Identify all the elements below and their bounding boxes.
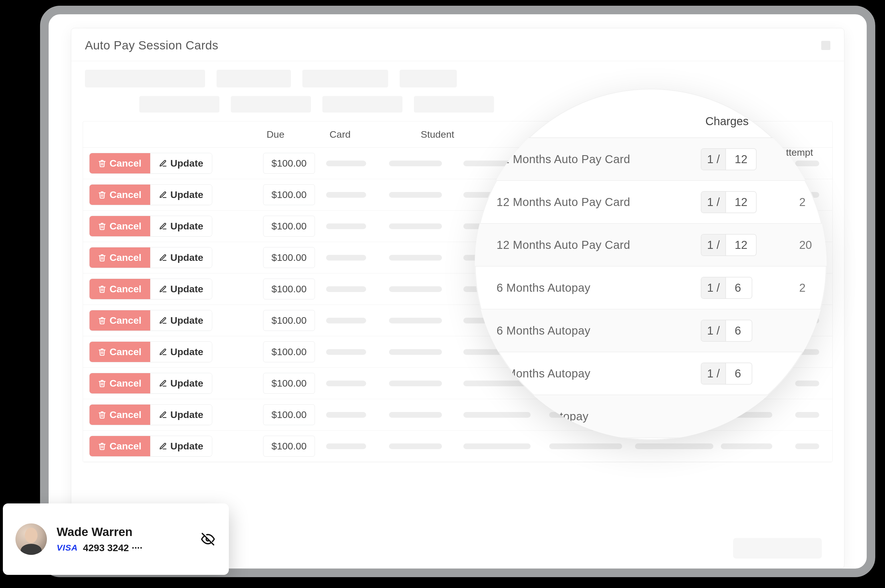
zoom-charges: 1 /6 (701, 320, 792, 342)
skeleton-cell (389, 443, 442, 449)
eye-off-icon[interactable] (200, 531, 216, 548)
row-button-group: CancelUpdate (89, 404, 212, 425)
update-label: Update (170, 441, 203, 452)
trash-icon (98, 285, 106, 293)
charges-pill: 1 /6 (701, 363, 752, 385)
col-attempt-partial: ttempt (786, 147, 813, 158)
update-label: Update (170, 189, 203, 200)
skeleton-cell (326, 349, 366, 355)
charges-total: 6 (726, 363, 752, 384)
cancel-button[interactable]: Cancel (90, 153, 150, 173)
update-button[interactable]: Update (150, 153, 212, 173)
update-button[interactable]: Update (150, 373, 212, 393)
modal-title: Auto Pay Session Cards (85, 39, 218, 52)
due-cell: $100.00 (260, 310, 323, 331)
row-actions: CancelUpdate (83, 184, 260, 205)
skeleton-cell (389, 160, 442, 166)
due-cell: $100.00 (260, 247, 323, 268)
trash-icon (98, 191, 106, 199)
update-button[interactable]: Update (150, 184, 212, 205)
cancel-button[interactable]: Cancel (90, 342, 150, 362)
charges-total: 6 (726, 320, 752, 341)
update-label: Update (170, 409, 203, 420)
cancel-button[interactable]: Cancel (90, 436, 150, 456)
skeleton-cell (389, 349, 442, 355)
charges-total: 12 (726, 192, 756, 213)
zoom-table-row: 12 Months Auto Pay Card1 /122 (475, 181, 827, 224)
update-button[interactable]: Update (150, 216, 212, 236)
zoom-product: 6 Months Autopay (492, 281, 701, 294)
cancel-button[interactable]: Cancel (90, 216, 150, 236)
update-button[interactable]: Update (150, 248, 212, 268)
skeleton-cell (389, 381, 442, 386)
row-button-group: CancelUpdate (89, 436, 212, 457)
payer-info: Wade Warren VISA 4293 3242 ···· (57, 525, 190, 554)
row-actions: CancelUpdate (83, 279, 260, 299)
footer-action-placeholder (733, 538, 822, 559)
edit-icon (159, 348, 167, 356)
update-button[interactable]: Update (150, 342, 212, 362)
cancel-label: Cancel (110, 284, 141, 295)
charges-total: 6 (726, 278, 752, 298)
due-cell: $100.00 (260, 216, 323, 237)
charges-paid: 1 / (701, 192, 726, 213)
charges-paid: 1 / (701, 235, 726, 255)
edit-icon (159, 254, 167, 262)
edit-icon (159, 191, 167, 199)
skeleton-filter (231, 96, 311, 112)
cancel-label: Cancel (110, 409, 141, 420)
skeleton-filter (217, 70, 291, 87)
skeleton-cell (549, 443, 622, 449)
charges-total: 12 (726, 235, 756, 255)
cancel-button[interactable]: Cancel (90, 279, 150, 299)
update-button[interactable]: Update (150, 405, 212, 425)
row-actions: CancelUpdate (83, 153, 260, 174)
skeleton-cell (464, 412, 531, 418)
skeleton-filter (414, 96, 494, 112)
update-button[interactable]: Update (150, 279, 212, 299)
update-label: Update (170, 346, 203, 357)
cancel-label: Cancel (110, 158, 141, 169)
charges-pill: 1 /12 (701, 234, 757, 256)
avatar (15, 524, 47, 555)
cancel-button[interactable]: Cancel (90, 405, 150, 425)
table-row: CancelUpdate$100.00 (83, 430, 832, 462)
due-cell: $100.00 (260, 153, 323, 174)
col-due: Due (260, 122, 323, 147)
row-actions: CancelUpdate (83, 310, 260, 331)
cancel-button[interactable]: Cancel (90, 373, 150, 393)
charges-pill: 1 /6 (701, 277, 752, 299)
cancel-button[interactable]: Cancel (90, 248, 150, 268)
skeleton-filter (322, 96, 402, 112)
skeleton-cell (326, 160, 366, 166)
update-button[interactable]: Update (150, 310, 212, 331)
cancel-label: Cancel (110, 378, 141, 389)
zoom-lens: Product Charges ttempt 12 Months Auto Pa… (475, 88, 827, 440)
skeleton-cell (795, 443, 819, 449)
cancel-label: Cancel (110, 220, 141, 232)
row-actions: CancelUpdate (83, 216, 260, 237)
edit-icon (159, 222, 167, 230)
cancel-button[interactable]: Cancel (90, 184, 150, 205)
skeleton-cell (795, 381, 819, 386)
due-amount: $100.00 (263, 341, 315, 362)
zoom-table-row: 6 Months Autopay1 /6 (475, 309, 827, 352)
skeleton-cell (464, 443, 531, 449)
skeleton-filter (303, 70, 388, 87)
update-label: Update (170, 284, 203, 295)
due-cell: $100.00 (260, 436, 323, 457)
charges-paid: 1 / (701, 149, 726, 170)
zoom-product: 12 Months Auto Pay Card (492, 238, 701, 251)
skeleton-filter (85, 70, 205, 87)
row-button-group: CancelUpdate (89, 310, 212, 331)
update-button[interactable]: Update (150, 436, 212, 456)
due-cell: $100.00 (260, 279, 323, 299)
close-icon[interactable] (821, 41, 830, 50)
zoom-product: 6 Months Autopay (492, 367, 701, 380)
row-actions: CancelUpdate (83, 247, 260, 268)
update-label: Update (170, 252, 203, 263)
charges-pill: 1 /6 (701, 320, 752, 342)
cancel-label: Cancel (110, 189, 141, 200)
skeleton-cell (795, 412, 819, 418)
cancel-button[interactable]: Cancel (90, 310, 150, 331)
